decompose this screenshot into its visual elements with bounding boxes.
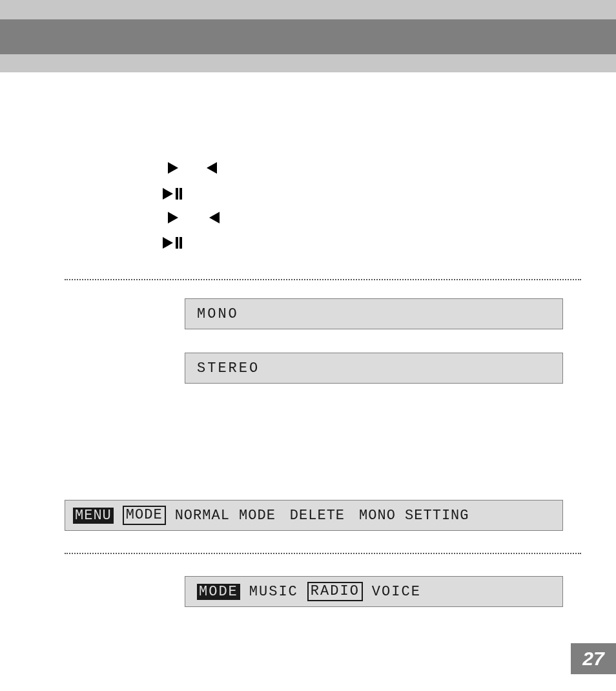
lcd-stereo: STEREO	[185, 353, 563, 384]
divider	[65, 279, 581, 280]
page-number-tab: 27	[571, 643, 616, 674]
icon-row-2	[163, 188, 182, 200]
pause-bars-icon	[174, 237, 182, 249]
normal-mode-label: NORMAL MODE	[175, 508, 276, 524]
icon-row-3	[168, 212, 220, 223]
delete-label: DELETE	[290, 508, 345, 524]
mode-chip[interactable]: MODE	[197, 584, 240, 600]
radio-chip[interactable]: RADIO	[307, 582, 363, 601]
icon-row-4	[163, 237, 182, 249]
lcd-stereo-text: STEREO	[197, 360, 260, 376]
music-label[interactable]: MUSIC	[249, 584, 298, 600]
pause-bars-icon	[174, 188, 182, 200]
lcd-mode-bar: MODE MUSIC RADIO VOICE	[185, 576, 563, 607]
lcd-menu-bar: MENU MODE NORMAL MODE DELETE MONO SETTIN…	[65, 500, 563, 531]
header-band-dark	[0, 19, 616, 54]
mode-chip[interactable]: MODE	[123, 506, 166, 525]
play-pause-icon	[163, 237, 173, 249]
mono-setting-label: MONO SETTING	[359, 508, 469, 524]
icon-row-1	[168, 162, 217, 174]
play-pause-icon	[163, 188, 173, 200]
play-right-icon	[168, 162, 178, 174]
page-number: 27	[582, 648, 604, 670]
menu-chip[interactable]: MENU	[73, 508, 114, 524]
lcd-mono: MONO	[185, 298, 563, 329]
lcd-mono-text: MONO	[197, 306, 239, 322]
voice-label[interactable]: VOICE	[372, 584, 421, 600]
play-left-icon	[207, 162, 217, 174]
play-right-icon	[168, 212, 178, 223]
divider	[65, 553, 581, 554]
play-left-icon	[209, 212, 220, 223]
